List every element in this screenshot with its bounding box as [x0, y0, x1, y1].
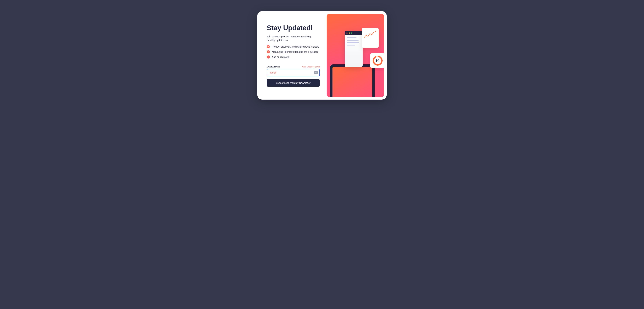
text-line — [347, 38, 356, 38]
browser-window — [345, 31, 363, 67]
score-value: 94 — [374, 57, 381, 64]
line-chart-icon — [364, 30, 376, 38]
email-field[interactable] — [267, 69, 320, 76]
tablet-device — [330, 64, 375, 97]
traffic-light-yellow-icon — [348, 32, 350, 34]
check-icon — [267, 56, 270, 58]
window-content — [345, 35, 363, 50]
feature-item: And much more! — [267, 56, 320, 58]
error-message: Valid Email Required — [302, 66, 320, 68]
text-line — [347, 40, 358, 41]
input-wrapper — [267, 69, 320, 76]
content-panel: Stay Updated! Join 60,000+ product manag… — [260, 14, 327, 97]
feature-item: Product discovery and building what matt… — [267, 45, 320, 48]
label-row: Email Address Valid Email Required — [267, 66, 320, 68]
traffic-light-green-icon — [351, 32, 352, 34]
window-titlebar — [345, 31, 363, 35]
feature-text: Product discovery and building what matt… — [272, 45, 319, 48]
feature-text: Measuring to ensure updates are a succes… — [272, 50, 318, 53]
tablet-screen — [332, 67, 372, 97]
feature-text: And much more! — [272, 56, 290, 58]
score-ring-icon: 94 — [373, 56, 382, 66]
subscribe-button[interactable]: Subscribe to Monthly Newsletter — [267, 79, 320, 87]
text-line — [347, 42, 359, 43]
email-label: Email Address — [267, 66, 280, 68]
traffic-light-red-icon — [346, 32, 348, 34]
check-icon — [267, 45, 270, 48]
score-card: 94 — [370, 53, 384, 68]
check-icon — [267, 50, 270, 54]
chart-card — [362, 28, 379, 48]
autofill-icon[interactable] — [314, 71, 318, 74]
feature-item: Measuring to ensure updates are a succes… — [267, 50, 320, 54]
subtitle-text: Join 60,000+ product managers receiving … — [267, 35, 320, 42]
newsletter-card: Stay Updated! Join 60,000+ product manag… — [257, 11, 387, 100]
illustration-panel: 94 — [327, 14, 384, 97]
feature-list: Product discovery and building what matt… — [267, 45, 320, 60]
text-line — [347, 45, 355, 46]
page-title: Stay Updated! — [267, 24, 320, 32]
